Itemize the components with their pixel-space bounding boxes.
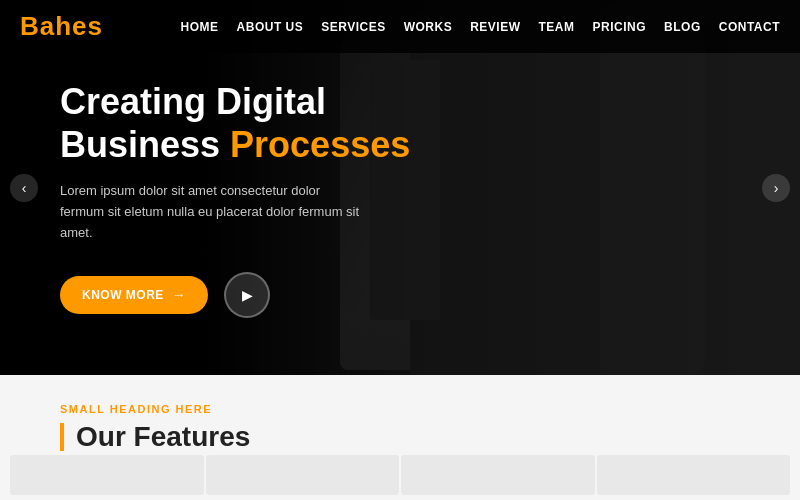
nav-item-team[interactable]: TEAM <box>539 20 575 34</box>
header: Bahes HOME ABOUT US SERVICES WORKS REVIE… <box>0 0 800 53</box>
arrow-right-icon: → <box>172 287 187 303</box>
chevron-left-icon: ‹ <box>22 180 27 196</box>
carousel-next-button[interactable]: › <box>762 174 790 202</box>
features-small-heading: SMALL HEADING HERE <box>60 403 740 415</box>
know-more-label: KNOW MORE <box>82 288 164 302</box>
know-more-button[interactable]: KNOW MORE → <box>60 276 208 314</box>
nav-item-pricing[interactable]: PRICING <box>593 20 647 34</box>
hero-title-line1: Creating Digital <box>60 81 326 122</box>
hero-subtitle: Lorem ipsum dolor sit amet consectetur d… <box>60 181 360 243</box>
logo[interactable]: Bahes <box>20 11 103 42</box>
carousel-prev-button[interactable]: ‹ <box>10 174 38 202</box>
nav-item-review[interactable]: REVIEW <box>470 20 520 34</box>
play-icon: ▶ <box>242 287 253 303</box>
feature-cards-row <box>0 455 800 495</box>
nav-item-about[interactable]: ABOUT US <box>237 20 304 34</box>
nav-item-services[interactable]: SERVICES <box>321 20 385 34</box>
nav-item-contact[interactable]: CONTACT <box>719 20 780 34</box>
hero-title-accent: Processes <box>230 124 410 165</box>
hero-title: Creating Digital Business Processes <box>60 80 410 166</box>
nav-item-blog[interactable]: BLOG <box>664 20 701 34</box>
play-button[interactable]: ▶ <box>224 272 270 318</box>
nav-item-home[interactable]: HOME <box>181 20 219 34</box>
nav-item-works[interactable]: WORKS <box>404 20 453 34</box>
hero-title-line2: Business <box>60 124 230 165</box>
main-nav: HOME ABOUT US SERVICES WORKS REVIEW TEAM… <box>181 20 780 34</box>
feature-card-3 <box>401 455 595 495</box>
hero-actions: KNOW MORE → ▶ <box>60 272 410 318</box>
feature-card-4 <box>597 455 791 495</box>
chevron-right-icon: › <box>774 180 779 196</box>
features-section-title: Our Features <box>60 423 740 451</box>
feature-card-1 <box>10 455 204 495</box>
feature-card-2 <box>206 455 400 495</box>
hero-section: ‹ › Creating Digital Business Processes … <box>0 0 800 375</box>
hero-content: Creating Digital Business Processes Lore… <box>60 80 410 318</box>
